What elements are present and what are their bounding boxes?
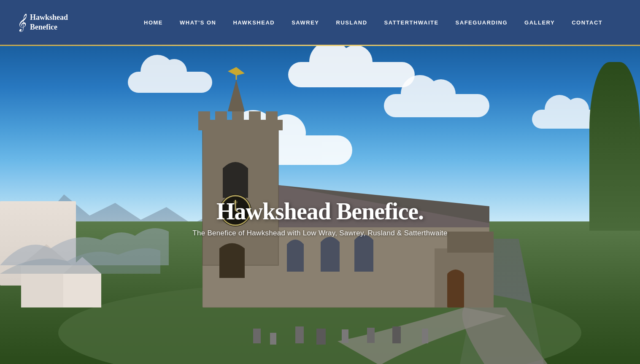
svg-rect-11	[249, 111, 261, 122]
nav-safeguarding[interactable]: SAFEGUARDING	[456, 19, 508, 26]
nav-whats-on[interactable]: WHAT'S ON	[180, 19, 216, 26]
svg-rect-26	[287, 244, 304, 272]
nav-hawkshead[interactable]: HAWKSHEAD	[233, 19, 275, 26]
logo[interactable]: 𝄞 Hawkshead Benefice	[17, 13, 68, 32]
svg-rect-27	[321, 242, 340, 272]
svg-rect-30	[447, 232, 494, 253]
nav-gallery[interactable]: GALLERY	[524, 19, 555, 26]
logo-text: Hawkshead Benefice	[30, 13, 68, 32]
svg-rect-34	[295, 326, 304, 343]
nav-satterthwaite[interactable]: SATTERTHWAITE	[384, 19, 439, 26]
svg-marker-15	[228, 67, 245, 75]
svg-rect-25	[219, 248, 245, 278]
hero-text-block: Hawkshead Benefice. The Benefice of Hawk…	[192, 198, 448, 237]
svg-marker-13	[228, 80, 245, 111]
svg-rect-28	[354, 240, 373, 272]
site-header: 𝄞 Hawkshead Benefice HOME WHAT'S ON HAWK…	[0, 0, 640, 45]
svg-rect-32	[253, 329, 261, 343]
svg-rect-36	[342, 329, 348, 343]
nav-sawrey[interactable]: SAWREY	[292, 19, 319, 26]
svg-rect-37	[367, 328, 375, 343]
nav-rusland[interactable]: RUSLAND	[336, 19, 367, 26]
svg-rect-33	[270, 333, 276, 345]
nav-contact[interactable]: CONTACT	[572, 19, 602, 26]
svg-rect-31	[447, 274, 464, 307]
hero-title: Hawkshead Benefice.	[192, 198, 448, 225]
svg-rect-9	[215, 111, 227, 122]
svg-rect-16	[223, 168, 248, 198]
svg-rect-10	[232, 111, 244, 122]
svg-rect-39	[422, 329, 428, 343]
svg-rect-38	[392, 326, 401, 343]
svg-rect-42	[63, 274, 101, 307]
svg-rect-8	[198, 111, 210, 122]
logo-icon: 𝄞	[17, 15, 26, 30]
hero-section: XII VI IX III	[0, 46, 640, 364]
nav-home[interactable]: HOME	[144, 19, 163, 26]
svg-rect-35	[316, 329, 326, 345]
main-nav: HOME WHAT'S ON HAWKSHEAD SAWREY RUSLAND …	[144, 19, 602, 26]
svg-rect-12	[266, 111, 278, 122]
hero-subtitle: The Benefice of Hawkshead with Low Wray,…	[192, 229, 448, 237]
